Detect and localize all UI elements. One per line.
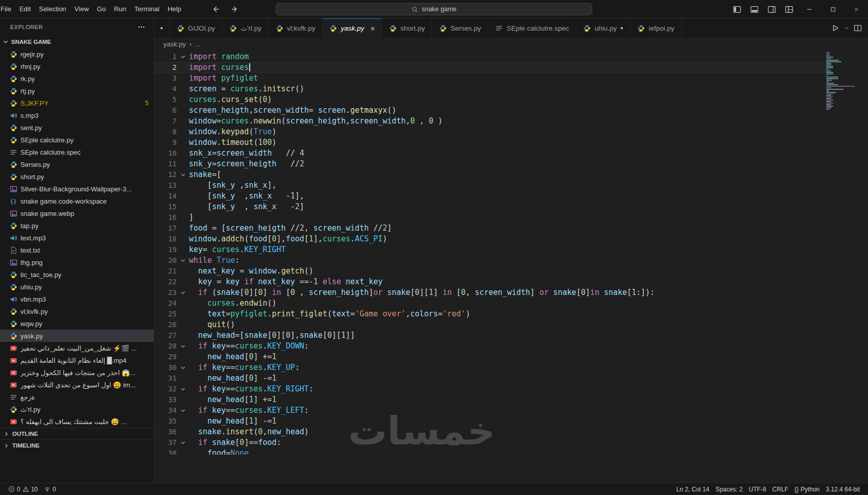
toggle-secondary-sidebar-icon[interactable] xyxy=(765,3,778,16)
menu-run[interactable]: Run xyxy=(110,0,130,18)
code-text[interactable]: snake.insert(0,new_head) xyxy=(189,427,309,437)
file-item[interactable]: Serses.py xyxy=(0,158,154,170)
file-item[interactable]: شغل_من_البيت تعلم_ذاتي تحفيز ⚡🎬 ... xyxy=(0,342,154,354)
outline-section-header[interactable]: OUTLINE xyxy=(0,428,154,439)
menu-view[interactable]: View xyxy=(70,0,93,18)
code-text[interactable]: ] xyxy=(189,212,194,223)
fold-chevron-icon[interactable] xyxy=(177,255,189,266)
tab-yask.py[interactable]: yask.py× xyxy=(323,18,382,38)
breadcrumb-symbol[interactable]: ... xyxy=(195,40,201,48)
code-text[interactable]: curses.endwin() xyxy=(189,298,277,309)
customize-layout-icon[interactable] xyxy=(782,3,795,16)
minimize-button[interactable] xyxy=(798,0,821,18)
menu-go[interactable]: Go xyxy=(93,0,110,18)
file-item[interactable]: احذر من منتجات فيها الكحول وخنزير 😱... xyxy=(0,366,154,379)
split-editor-button[interactable] xyxy=(854,24,862,32)
python-interpreter[interactable]: 3.12.4 64-bit xyxy=(823,483,863,495)
cursor-position[interactable]: Ln 2, Col 14 xyxy=(673,483,712,495)
eol-sequence[interactable]: CRLF xyxy=(769,483,791,495)
code-text[interactable]: if key==curses.KEY_UP: xyxy=(189,362,300,373)
back-arrow-icon[interactable] xyxy=(210,4,221,15)
command-center-search[interactable]: snake game xyxy=(276,3,592,15)
maximize-button[interactable] xyxy=(821,0,845,18)
breadcrumb-file[interactable]: yask.py xyxy=(163,40,186,48)
tab-uhiu.py[interactable]: uhiu.py● xyxy=(576,18,631,38)
tab-iefpoi.py[interactable]: iefpoi.py xyxy=(631,18,682,38)
code-text[interactable]: food=None xyxy=(189,448,249,455)
fold-chevron-icon[interactable] xyxy=(177,52,189,62)
tab-short.py[interactable]: short.py xyxy=(382,18,432,38)
forward-arrow-icon[interactable] xyxy=(229,4,240,15)
code-text[interactable]: key= curses.KEY_RIGHT xyxy=(189,244,286,255)
file-item[interactable]: rgejir.py xyxy=(0,48,154,60)
code-text[interactable]: food = [screen_heigth //2, screen_width … xyxy=(189,223,392,234)
close-window-button[interactable] xyxy=(845,0,868,18)
file-item[interactable]: SEple calclutre.spec xyxy=(0,146,154,158)
code-text[interactable]: if key==curses.KEY_RIGHT: xyxy=(189,384,314,394)
menu-selection[interactable]: Selection xyxy=(35,0,70,18)
file-item[interactable]: short.py xyxy=(0,170,154,183)
file-item[interactable]: tap.py xyxy=(0,219,154,232)
code-text[interactable]: screen = curses.initscr() xyxy=(189,84,304,94)
code-viewport[interactable]: 1import random2import curses3import pyfi… xyxy=(154,52,827,455)
file-item[interactable]: vbn.mp3 xyxy=(0,293,154,305)
file-item[interactable]: tic_tac_toe.py xyxy=(0,268,154,281)
file-item[interactable]: S;JKF.PY5 xyxy=(0,97,154,109)
file-item[interactable]: sent.py xyxy=(0,121,154,134)
fold-chevron-icon[interactable] xyxy=(177,384,189,394)
code-text[interactable]: snake=[ xyxy=(189,169,221,180)
code-text[interactable]: window.addch(food[0],food[1],curses.ACS_… xyxy=(189,234,387,244)
file-item[interactable]: خلبت مشتتك يساف الى ابهفله ؟ 😅 ... xyxy=(0,415,154,428)
menu-file[interactable]: File xyxy=(0,0,15,18)
code-text[interactable]: if key==curses.KEY_LEFT: xyxy=(189,405,309,416)
run-button[interactable] xyxy=(831,24,839,32)
file-item[interactable]: yask.py xyxy=(0,330,154,342)
code-text[interactable]: import curses xyxy=(189,62,250,73)
toggle-sidebar-icon[interactable] xyxy=(730,3,743,16)
folder-section-header[interactable]: SNAKE GAME xyxy=(0,36,154,48)
file-item[interactable]: Silver-Blur-Background-Wallpaper-3... xyxy=(0,183,154,195)
tab-Serses.py[interactable]: Serses.py xyxy=(432,18,488,38)
file-item[interactable]: s.mp3 xyxy=(0,109,154,121)
fold-chevron-icon[interactable] xyxy=(177,169,189,180)
menu-help[interactable]: Help xyxy=(163,0,185,18)
code-text[interactable]: new_head[1] -=1 xyxy=(189,416,277,427)
tab-SEple calclutre.spec[interactable]: SEple calclutre.spec xyxy=(488,18,576,38)
code-text[interactable]: window=curses.newwin(screen_heigth,scree… xyxy=(189,116,443,127)
tab-vl;kvfk.py[interactable]: vl;kvfk.py xyxy=(269,18,323,38)
encoding[interactable]: UTF-8 xyxy=(746,483,769,495)
file-item[interactable]: thg.png xyxy=(0,256,154,268)
file-item[interactable]: uhiu.py xyxy=(0,281,154,293)
file-item[interactable]: ث'rl.py xyxy=(0,403,154,415)
code-text[interactable]: text=pyfiglet.print_figlet(text='Game ov… xyxy=(189,309,470,319)
code-text[interactable]: while True: xyxy=(189,255,239,266)
code-text[interactable]: window.timeout(100) xyxy=(189,137,277,148)
problems-indicator[interactable]: 0 10 xyxy=(5,483,41,495)
file-item[interactable]: text.mp3 xyxy=(0,232,154,244)
code-text[interactable]: import pyfiglet xyxy=(189,73,258,84)
code-text[interactable]: if snake[0]==food: xyxy=(189,437,281,448)
indentation[interactable]: Spaces: 2 xyxy=(712,483,745,495)
file-item[interactable]: SEple calclutre.py xyxy=(0,134,154,146)
run-dropdown-chevron-icon[interactable] xyxy=(844,26,849,31)
code-text[interactable]: [snk_y ,snk_x], xyxy=(189,180,277,191)
file-item[interactable]: rk.py xyxy=(0,72,154,85)
fold-chevron-icon[interactable] xyxy=(177,287,189,298)
code-text[interactable]: snk_y=screen_heigth //2 xyxy=(189,159,304,169)
file-item[interactable]: wqw.py xyxy=(0,317,154,330)
menu-terminal[interactable]: Terminal xyxy=(130,0,163,18)
code-text[interactable]: [snk_y , snk_x -2] xyxy=(189,202,304,212)
timeline-section-header[interactable]: TIMELINE xyxy=(0,439,154,451)
code-text[interactable]: new_head[0] +=1 xyxy=(189,352,277,362)
code-text[interactable]: import random xyxy=(189,52,249,62)
code-text[interactable]: if key==curses.KEY_DOWN: xyxy=(189,341,309,352)
fold-chevron-icon[interactable] xyxy=(177,362,189,373)
code-text[interactable]: screen_heigth,screen_width= screen.getma… xyxy=(189,105,396,116)
close-icon[interactable]: × xyxy=(370,24,375,32)
tab-GIJOI.py[interactable]: GIJOI.py xyxy=(170,18,222,38)
tab-ث'rl.py[interactable]: ث'rl.py xyxy=(222,18,269,38)
toggle-panel-icon[interactable] xyxy=(748,3,761,16)
file-item[interactable]: snake game.webp xyxy=(0,207,154,219)
code-text[interactable]: new_head[0] -=1 xyxy=(189,373,277,384)
fold-chevron-icon[interactable] xyxy=(177,405,189,416)
